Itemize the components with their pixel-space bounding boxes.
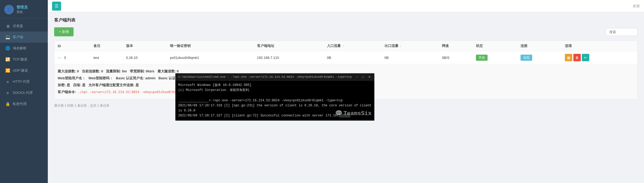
cell-connection: 在线 bbox=[517, 51, 562, 64]
cmd-minimize-button[interactable]: − bbox=[355, 75, 359, 79]
sidebar-header-info: 管理员 系统 bbox=[16, 5, 28, 14]
cell-id: 3 bbox=[64, 56, 66, 60]
cell-indicator: — 3 bbox=[54, 51, 90, 64]
main: ☰ 欢迎 客户端列表 + 新增 ID 备注 版本 唯一验证密钥 客户端地址 入口… bbox=[48, 0, 644, 183]
http-icon: ≡ bbox=[5, 80, 10, 84]
content-area: 客户端列表 + 新增 ID 备注 版本 唯一验证密钥 客户端地址 入口流量 ↕ … bbox=[48, 12, 644, 183]
col-address: 客户端地址 bbox=[254, 41, 324, 51]
cell-actions: ▦ 🗑 ✏ bbox=[562, 51, 637, 64]
sidebar-item-tcp[interactable]: 🔁TCP 隧道 bbox=[0, 54, 48, 65]
add-button[interactable]: + 新增 bbox=[54, 27, 74, 36]
bw-limit-label: 带宽限制: 0kb/s bbox=[130, 69, 155, 73]
web-user-label: Web登陆用户名： bbox=[58, 76, 86, 80]
sidebar-item-label-dns: 域名解析 bbox=[13, 46, 27, 51]
socks-icon: ≡ bbox=[5, 91, 10, 95]
udp-icon: 🔀 bbox=[5, 68, 10, 73]
cell-address: 192.168.7.110 bbox=[254, 51, 324, 64]
col-out-traffic: 出口流量 ↕ bbox=[381, 41, 439, 51]
toolbar: + 新增 bbox=[54, 27, 638, 36]
edit-button[interactable]: ✏ bbox=[582, 54, 589, 61]
cell-version: 0.26.10 bbox=[123, 51, 167, 64]
cmd-line-2: (c) Microsoft Corporation. 保留所有权利。 bbox=[178, 88, 372, 93]
dns-icon: 🌐 bbox=[5, 46, 10, 51]
cmd-label: 客户端命令: bbox=[58, 90, 76, 94]
cell-key: px01zkuo0r9iqmk1 bbox=[167, 51, 254, 64]
web-pwd-label: Web登陆密码： bbox=[88, 76, 113, 80]
cmd-window-buttons: − □ ✕ bbox=[355, 75, 372, 79]
col-id: ID bbox=[54, 41, 90, 51]
menu-icon: ☰ bbox=[55, 3, 58, 8]
col-status: 状态 bbox=[473, 41, 517, 51]
sidebar-item-private[interactable]: 🔒私密代理 bbox=[0, 98, 48, 110]
system-label: 系统 bbox=[16, 10, 28, 14]
cell-in-traffic: 0B bbox=[324, 51, 381, 64]
wechat-icon: 💬 bbox=[335, 109, 342, 118]
cell-out-traffic: 0B bbox=[381, 51, 439, 64]
page-title: 客户端列表 bbox=[54, 18, 638, 23]
private-icon: 🔒 bbox=[5, 102, 10, 106]
cmd-title: C:\Windows\System32\cmd.exe - .\npc.exe … bbox=[178, 75, 355, 79]
cur-conn-label: 当前连接数: 0 bbox=[82, 69, 103, 73]
welcome-text: 欢迎 bbox=[633, 4, 640, 8]
sidebar-nav: 🖥仪表盘💻客户端🌐域名解析🔁TCP 隧道🔀UDP 隧道≡HTTP 代理≡SOCK… bbox=[0, 18, 48, 183]
cmd-close-button[interactable]: ✕ bbox=[367, 75, 372, 79]
col-in-traffic: 入口流量 ↕ bbox=[324, 41, 381, 51]
sidebar-header: 👤 管理员 系统 bbox=[0, 0, 48, 18]
allow-config-label: 允许客户端通过配置文件连接: 是 bbox=[88, 83, 139, 87]
menu-toggle-button[interactable]: ☰ bbox=[52, 2, 61, 11]
compress-label: 压缩: 是 bbox=[73, 83, 86, 87]
sidebar-item-label-tcp: TCP 隧道 bbox=[13, 57, 27, 62]
encrypt-label: 加密: 是 bbox=[58, 83, 70, 87]
col-speed: 网速 bbox=[439, 41, 473, 51]
cell-note: test bbox=[90, 51, 123, 64]
cell-speed: 0B/S bbox=[439, 51, 473, 64]
sidebar-item-client[interactable]: 💻客户端 bbox=[0, 32, 48, 43]
action-buttons: ▦ 🗑 ✏ bbox=[565, 54, 634, 61]
cmd-restore-button[interactable]: □ bbox=[361, 75, 365, 79]
sidebar-item-label-http: HTTP 代理 bbox=[13, 79, 29, 84]
watermark-text: TeamsSix bbox=[343, 109, 372, 118]
table-header-row: ID 备注 版本 唯一验证密钥 客户端地址 入口流量 ↕ 出口流量 ↕ 网速 状… bbox=[54, 41, 637, 51]
cmd-titlebar: C:\Windows\System32\cmd.exe - .\npc.exe … bbox=[176, 73, 374, 81]
col-version: 版本 bbox=[123, 41, 167, 51]
cmd-body: Microsoft Windows [版本 10.0.19042.985] (c… bbox=[176, 81, 374, 120]
sidebar-item-http[interactable]: ≡HTTP 代理 bbox=[0, 76, 48, 87]
max-tunnel-label: 最大隧道数: 0 bbox=[157, 69, 179, 73]
col-conn: 连接 bbox=[517, 41, 562, 51]
sidebar-item-socks[interactable]: ≡SOCKS 代理 bbox=[0, 87, 48, 98]
col-key: 唯一验证密钥 bbox=[167, 41, 254, 51]
sidebar-item-dns[interactable]: 🌐域名解析 bbox=[0, 43, 48, 54]
watermark: 💬 TeamsSix bbox=[335, 109, 372, 118]
basic-user-label: Basic 认证用户名: admin bbox=[116, 76, 156, 80]
client-icon: 💻 bbox=[5, 35, 10, 40]
col-options: 选项 bbox=[562, 41, 637, 51]
status-badge: 开放 bbox=[476, 55, 488, 61]
topbar: ☰ 欢迎 bbox=[48, 0, 644, 12]
delete-button[interactable]: 🗑 bbox=[573, 54, 581, 61]
col-note: 备注 bbox=[90, 41, 123, 51]
table-row: — 3 test 0.26.10 px01zkuo0r9iqmk1 192.16… bbox=[54, 51, 637, 64]
flow-limit-label: 流量限制: 0m bbox=[106, 69, 127, 73]
dashboard-icon: 🖥 bbox=[5, 24, 10, 28]
cmd-window[interactable]: C:\Windows\System32\cmd.exe - .\npc.exe … bbox=[175, 73, 374, 121]
sidebar-item-label-dashboard: 仪表盘 bbox=[13, 24, 23, 28]
config-button[interactable]: ▦ bbox=[565, 54, 572, 61]
admin-label: 管理员 bbox=[16, 5, 28, 10]
sidebar-item-udp[interactable]: 🔀UDP 隧道 bbox=[0, 65, 48, 76]
max-conn-label: 最大连接数: 0 bbox=[58, 69, 79, 73]
sidebar-item-label-private: 私密代理 bbox=[13, 102, 27, 106]
cell-status: 开放 bbox=[473, 51, 517, 64]
sidebar-item-dashboard[interactable]: 🖥仪表盘 bbox=[0, 20, 48, 32]
cmd-line-3 bbox=[178, 93, 372, 98]
cmd-line-1: Microsoft Windows [版本 10.0.19042.985] bbox=[178, 83, 372, 88]
sidebar-item-label-socks: SOCKS 代理 bbox=[13, 90, 33, 95]
cmd-line-4: ████████████████>.\npc.exe -server=172.1… bbox=[178, 98, 372, 103]
admin-avatar: 👤 bbox=[4, 5, 14, 14]
connection-badge: 在线 bbox=[521, 55, 532, 61]
tcp-icon: 🔁 bbox=[5, 57, 10, 62]
search-input[interactable] bbox=[606, 28, 638, 36]
pagination-text: 显示第 1 到第 1 条记录，总共 1 条记录 bbox=[54, 104, 109, 107]
sidebar: 👤 管理员 系统 🖥仪表盘💻客户端🌐域名解析🔁TCP 隧道🔀UDP 隧道≡HTT… bbox=[0, 0, 48, 183]
sidebar-item-label-udp: UDP 隧道 bbox=[13, 68, 28, 73]
sidebar-item-label-client: 客户端 bbox=[13, 35, 23, 40]
